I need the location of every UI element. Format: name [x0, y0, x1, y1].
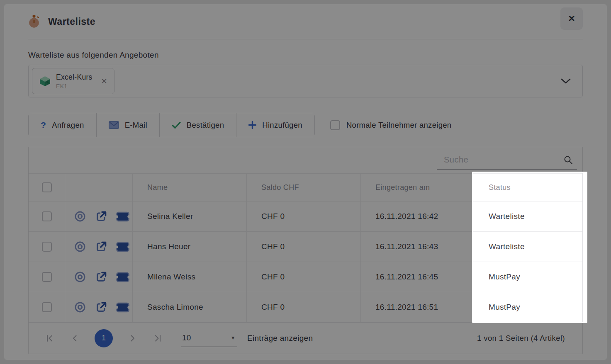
bestaetigen-button[interactable]: Bestätigen: [159, 113, 236, 137]
waitlist-table: Name Saldo CHF Eingetragen am Status Sel…: [28, 147, 583, 354]
cell-entered: 16.11.2021 16:42: [360, 201, 474, 231]
column-header-eingetragen: Eingetragen am: [360, 174, 474, 201]
target-icon[interactable]: [74, 210, 86, 223]
plus-icon: [248, 121, 256, 129]
column-header-name: Name: [132, 174, 246, 201]
row-checkbox[interactable]: [42, 211, 52, 221]
close-button[interactable]: ✕: [560, 7, 583, 30]
row-checkbox[interactable]: [42, 242, 52, 252]
search-icon[interactable]: [564, 155, 573, 165]
search-input[interactable]: [437, 155, 564, 165]
offer-chip[interactable]: Excel-Kurs EK1 ✕: [32, 68, 114, 94]
current-page-button[interactable]: 1: [95, 329, 113, 347]
first-page-icon[interactable]: [46, 335, 54, 342]
page-size-label: Einträge anzeigen: [247, 334, 313, 343]
table-row: Hans Heuer CHF 0 16.11.2021 16:43 Wartel…: [29, 231, 582, 262]
row-checkbox[interactable]: [42, 302, 52, 312]
offer-chip-title: Excel-Kurs: [56, 73, 93, 82]
next-page-icon[interactable]: [130, 335, 135, 342]
checkbox-label: Normale Teilnehmer anzeigen: [346, 121, 452, 130]
previous-page-icon[interactable]: [72, 335, 77, 342]
toolbar: ? Anfragen E-Mail Bestätigen: [28, 113, 583, 137]
email-button[interactable]: E-Mail: [96, 113, 159, 137]
check-icon: [172, 121, 181, 129]
page-size-value: 10: [182, 333, 191, 342]
cell-entered: 16.11.2021 16:51: [360, 292, 474, 322]
open-external-icon[interactable]: [95, 301, 107, 313]
column-header-saldo: Saldo CHF: [246, 174, 360, 201]
stopwatch-icon: [28, 15, 40, 28]
ticket-icon[interactable]: [116, 302, 129, 313]
cell-status: Warteliste: [474, 201, 589, 231]
ticket-icon[interactable]: [116, 242, 129, 252]
pagination-bar: 1 10 ▼ Einträge anzeigen 1 von 1 Seiten …: [29, 322, 582, 354]
column-header-status: Status: [474, 174, 589, 201]
close-icon: ✕: [568, 14, 575, 24]
table-row: Selina Keller CHF 0 16.11.2021 16:42 War…: [29, 201, 582, 231]
cell-saldo: CHF 0: [246, 201, 360, 231]
target-icon[interactable]: [74, 301, 86, 313]
hinzufuegen-button[interactable]: Hinzufügen: [236, 113, 314, 137]
open-external-icon[interactable]: [95, 271, 107, 283]
cell-entered: 16.11.2021 16:45: [360, 262, 474, 292]
cell-name: Sascha Limone: [132, 292, 246, 322]
target-icon[interactable]: [74, 271, 86, 283]
action-button-group: ? Anfragen E-Mail Bestätigen: [28, 113, 315, 137]
table-header-row: Name Saldo CHF Eingetragen am Status: [29, 173, 582, 201]
last-page-icon[interactable]: [154, 335, 161, 342]
anfragen-button[interactable]: ? Anfragen: [29, 113, 96, 137]
search-field[interactable]: [437, 150, 577, 170]
dialog-header: Warteliste ✕: [28, 4, 583, 39]
checkbox-box[interactable]: [330, 120, 340, 130]
offers-section-label: Warteliste aus folgenden Angeboten: [28, 51, 583, 60]
pagination-summary: 1 von 1 Seiten (4 Artikel): [477, 334, 565, 343]
select-all-checkbox[interactable]: [42, 182, 52, 192]
dialog-title: Warteliste: [48, 16, 95, 27]
actions-column-header: [65, 174, 132, 201]
search-row: [29, 147, 582, 173]
open-external-icon[interactable]: [95, 240, 107, 253]
cell-status: MustPay: [474, 262, 589, 292]
cell-saldo: CHF 0: [246, 262, 360, 292]
table-row: Milena Weiss CHF 0 16.11.2021 16:45 Must…: [29, 262, 582, 292]
table-row: Sascha Limone CHF 0 16.11.2021 16:51 Mus…: [29, 292, 582, 322]
cell-status: MustPay: [474, 292, 589, 322]
offers-select[interactable]: Excel-Kurs EK1 ✕: [28, 65, 583, 97]
offer-chip-code: EK1: [56, 83, 93, 90]
warteliste-dialog: Warteliste ✕ Warteliste aus folgenden An…: [4, 4, 607, 360]
package-icon: [39, 76, 51, 87]
ticket-icon[interactable]: [116, 272, 129, 282]
row-checkbox[interactable]: [42, 272, 52, 282]
chip-remove-icon[interactable]: ✕: [101, 77, 107, 86]
question-icon: ?: [41, 120, 46, 130]
show-normal-participants-checkbox[interactable]: Normale Teilnehmer anzeigen: [330, 120, 452, 130]
cell-name: Selina Keller: [132, 201, 246, 231]
envelope-icon: [109, 121, 119, 129]
cell-saldo: CHF 0: [246, 232, 360, 262]
caret-down-icon: ▼: [231, 335, 236, 341]
cell-name: Milena Weiss: [132, 262, 246, 292]
chevron-down-icon: [561, 78, 571, 84]
ticket-icon[interactable]: [116, 211, 129, 222]
cell-status: Warteliste: [474, 232, 589, 262]
open-external-icon[interactable]: [95, 210, 107, 223]
page-size-select[interactable]: 10 ▼: [181, 330, 237, 347]
cell-name: Hans Heuer: [132, 232, 246, 262]
cell-saldo: CHF 0: [246, 292, 360, 322]
cell-entered: 16.11.2021 16:43: [360, 232, 474, 262]
target-icon[interactable]: [74, 240, 86, 253]
